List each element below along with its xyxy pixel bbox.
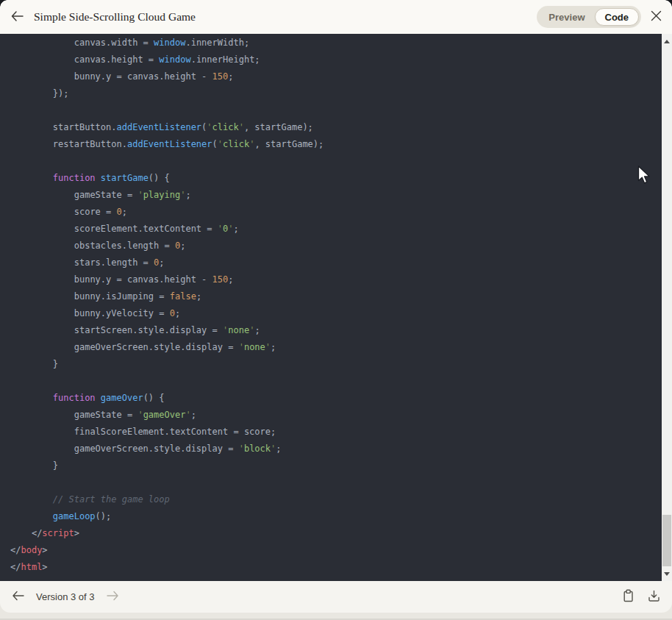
scrollbar-up-arrow[interactable] (662, 36, 672, 46)
code-line: bunny.yVelocity = 0; (10, 305, 662, 322)
code-line: }); (10, 85, 662, 102)
code-line: canvas.height = window.innerHeight; (10, 51, 662, 68)
code-line (10, 474, 662, 491)
copy-button[interactable] (622, 589, 635, 605)
code-line: function startGame() { (10, 170, 662, 187)
version-bar: Version 3 of 3 (0, 581, 672, 613)
code-line (10, 373, 662, 390)
artifact-window: Simple Side-Scrolling Cloud Game Preview… (0, 0, 672, 620)
artifact-header: Simple Side-Scrolling Cloud Game Preview… (0, 0, 672, 34)
code-line: function gameOver() { (10, 390, 662, 407)
code-line: gameLoop(); (10, 508, 662, 525)
code-line: obstacles.length = 0; (10, 238, 662, 254)
code-line: gameState = 'playing'; (10, 187, 662, 204)
code-line: scoreElement.textContent = '0'; (10, 221, 662, 238)
scrollbar[interactable] (662, 34, 672, 581)
code-line: </html> (10, 559, 662, 576)
code-line: stars.length = 0; (10, 254, 662, 271)
code-line: canvas.width = window.innerWidth; (10, 35, 662, 51)
close-button[interactable] (651, 10, 662, 24)
code-line: bunny.y = canvas.height - 150; (10, 68, 662, 85)
code-line: } (10, 457, 662, 474)
code-line: startScreen.style.display = 'none'; (10, 322, 662, 339)
previous-version-button[interactable] (12, 591, 24, 603)
back-arrow-icon (10, 10, 24, 24)
page-background-strip (0, 613, 672, 620)
code-line: finalScoreElement.textContent = score; (10, 424, 662, 441)
download-button[interactable] (648, 590, 660, 605)
scrollbar-thumb[interactable] (662, 515, 671, 566)
code-tab[interactable]: Code (595, 8, 640, 26)
code-panel: canvas.width = window.innerWidth; canvas… (0, 34, 672, 581)
close-icon (651, 10, 662, 24)
clipboard-icon (622, 589, 635, 605)
code-editor[interactable]: canvas.width = window.innerWidth; canvas… (0, 34, 662, 581)
code-line: bunny.y = canvas.height - 150; (10, 271, 662, 288)
code-line: startButton.addEventListener('click', st… (10, 119, 662, 136)
code-line: restartButton.addEventListener('click', … (10, 136, 662, 153)
code-line: bunny.isJumping = false; (10, 288, 662, 305)
preview-tab[interactable]: Preview (539, 8, 594, 26)
code-line: gameOverScreen.style.display = 'none'; (10, 339, 662, 356)
previous-version-arrow-icon (12, 591, 24, 603)
code-line: gameOverScreen.style.display = 'block'; (10, 441, 662, 457)
download-icon (648, 590, 660, 605)
scrollbar-down-arrow[interactable] (662, 569, 672, 579)
code-line (10, 153, 662, 170)
next-version-arrow-icon (107, 591, 119, 603)
view-toggle: Preview Code (537, 6, 641, 28)
version-label: Version 3 of 3 (36, 591, 95, 602)
code-line: </script> (10, 525, 662, 542)
next-version-button[interactable] (107, 591, 119, 603)
code-line: } (10, 356, 662, 373)
artifact-title: Simple Side-Scrolling Cloud Game (34, 10, 196, 24)
code-line: // Start the game loop (10, 491, 662, 508)
code-line: score = 0; (10, 204, 662, 221)
code-line (10, 102, 662, 119)
back-button[interactable] (10, 10, 24, 24)
code-line: </body> (10, 542, 662, 559)
code-line: gameState = 'gameOver'; (10, 407, 662, 424)
